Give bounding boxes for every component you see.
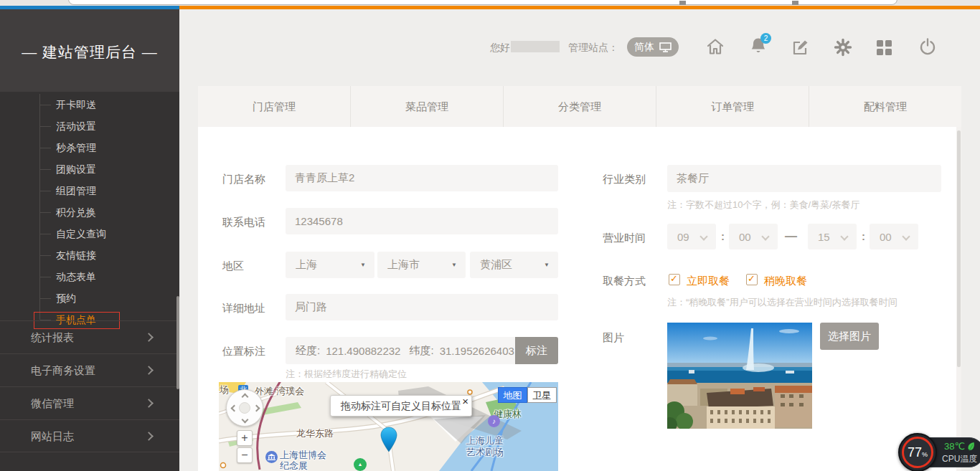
sidebar-section-label: 网站日志 xyxy=(31,430,74,442)
address-value: 局门路 xyxy=(295,300,327,314)
sidebar-header: — 建站管理后台 — xyxy=(0,9,179,92)
apps-grid-icon[interactable] xyxy=(877,40,892,55)
home-icon[interactable] xyxy=(706,37,725,56)
pickup-note: 注：“稍晚取餐”用户可以选择在营业时间内选择取餐时间 xyxy=(667,296,897,309)
zoom-out-button[interactable]: − xyxy=(237,447,253,463)
pan-center-knob[interactable] xyxy=(239,402,250,414)
sidebar-item-dynamic-form[interactable]: 动态表单 xyxy=(0,266,179,287)
store-photo-image xyxy=(667,323,812,429)
chevron-right-icon xyxy=(144,432,154,441)
pan-up-arrow[interactable] xyxy=(242,394,249,401)
phone-label: 联系电话 xyxy=(222,216,265,229)
museum-poi-icon[interactable] xyxy=(265,451,278,463)
check-icon: ✓ xyxy=(670,273,678,284)
pickup-later-checkbox[interactable]: ✓ xyxy=(746,274,758,285)
sidebar-item-teambuy[interactable]: 组团管理 xyxy=(0,180,179,201)
district-select[interactable]: 黄浦区▼ xyxy=(470,252,558,278)
phone-value: 12345678 xyxy=(295,215,343,227)
category-input[interactable]: 茶餐厅 xyxy=(667,165,941,192)
browser-control-left xyxy=(679,1,686,5)
address-input[interactable]: 局门路 xyxy=(286,294,558,320)
cpu-usage-percent-sign: % xyxy=(922,451,928,458)
pickup-now-label[interactable]: 立即取餐 xyxy=(687,275,730,288)
sidebar-item-seckill[interactable]: 秒杀管理 xyxy=(0,137,179,158)
manage-site-label: 管理站点： xyxy=(568,42,618,54)
pan-left-arrow[interactable] xyxy=(231,405,238,412)
longitude-label: 经度: xyxy=(296,344,320,358)
sidebar-section-ecommerce[interactable]: 电子商务设置 xyxy=(0,353,179,386)
chevron-right-icon xyxy=(144,333,154,342)
pickup-later-label[interactable]: 稍晚取餐 xyxy=(764,275,807,288)
sidebar-scrollbar[interactable] xyxy=(176,296,179,389)
sidebar-section-wechat[interactable]: 微信管理 xyxy=(0,386,179,419)
city-select[interactable]: 上海市▼ xyxy=(377,252,466,278)
monitor-icon xyxy=(659,42,672,52)
tab-category-management[interactable]: 分类管理 xyxy=(504,86,656,127)
choose-image-button[interactable]: 选择图片 xyxy=(820,323,879,350)
map-pan-control[interactable] xyxy=(226,389,263,427)
chevron-right-icon xyxy=(144,399,154,408)
time-colon: : xyxy=(862,230,865,242)
content-scrollbar-thumb[interactable] xyxy=(957,130,961,367)
phone-input[interactable]: 12345678 xyxy=(286,208,558,234)
open-hour-select[interactable]: 09 xyxy=(667,224,716,249)
sidebar-item-activity[interactable]: 活动设置 xyxy=(0,115,179,137)
location-note: 注：根据经纬度进行精确定位 xyxy=(286,368,407,381)
sidebar-section-logs[interactable]: 网站日志 xyxy=(0,419,179,452)
music-poi-icon[interactable]: ♪ xyxy=(488,415,500,427)
map-type-map-button[interactable]: 地图 xyxy=(498,387,527,403)
mark-location-button[interactable]: 标注 xyxy=(515,337,558,364)
open-minute-select[interactable]: 00 xyxy=(729,224,778,249)
language-switch-button[interactable]: 简体 xyxy=(627,37,679,57)
longitude-value: 121.490882232 xyxy=(326,345,400,357)
pickup-label: 取餐方式 xyxy=(603,275,646,288)
province-select[interactable]: 上海▼ xyxy=(286,252,374,278)
time-colon: : xyxy=(721,230,725,242)
pan-down-arrow[interactable] xyxy=(242,417,249,424)
sidebar-item-card-gift[interactable]: 开卡即送 xyxy=(0,94,179,115)
zoom-in-button[interactable]: + xyxy=(237,430,253,446)
pickup-now-checkbox[interactable]: ✓ xyxy=(669,274,680,285)
location-coords[interactable]: 经度: 121.490882232 纬度: 31.1952626403 xyxy=(286,337,515,364)
chevron-down-icon xyxy=(761,232,769,240)
category-label: 行业类别 xyxy=(603,173,646,186)
close-minute-select[interactable]: 00 xyxy=(870,224,918,249)
close-hour-select[interactable]: 15 xyxy=(808,224,857,249)
chevron-down-icon xyxy=(840,232,848,240)
map-pin-icon[interactable] xyxy=(380,427,397,452)
province-value: 上海 xyxy=(296,258,317,272)
tab-order-management[interactable]: 订单管理 xyxy=(656,86,809,127)
edit-icon[interactable] xyxy=(791,38,810,57)
region-label: 地区 xyxy=(222,260,244,273)
greeting-text: 您好 xyxy=(490,42,510,54)
sidebar-item-points[interactable]: 积分兑换 xyxy=(0,201,179,223)
power-icon[interactable] xyxy=(918,37,937,56)
sidebar-item-links[interactable]: 友情链接 xyxy=(0,244,179,266)
tab-store-management[interactable]: 门店管理 xyxy=(198,86,351,127)
pan-right-arrow[interactable] xyxy=(253,405,260,412)
city-value: 上海市 xyxy=(387,258,420,272)
park-poi-icon[interactable]: ▲ xyxy=(354,458,367,471)
map-widget[interactable]: 场 外滩·湾璞会 龙华东路 上海世博会 纪念展 健康林 上海儿童 艺术剧场 ▲ … xyxy=(219,382,558,471)
tab-dish-management[interactable]: 菜品管理 xyxy=(351,86,504,127)
cpu-usage-value: 77 xyxy=(908,445,922,460)
store-name-label: 门店名称 xyxy=(222,173,265,186)
cpu-usage-gauge[interactable]: 77 % xyxy=(902,437,933,468)
map-type-satellite-button[interactable]: 卫星 xyxy=(527,387,557,403)
gear-icon[interactable] xyxy=(834,38,852,57)
store-photo[interactable] xyxy=(667,323,812,429)
sidebar-item-booking[interactable]: 预约 xyxy=(0,287,179,309)
sidebar-item-custom-query[interactable]: 自定义查询 xyxy=(0,223,179,244)
cpu-temp-label: CPU温度 xyxy=(942,453,977,465)
language-label: 简体 xyxy=(634,41,654,54)
tab-ingredient-management[interactable]: 配料管理 xyxy=(809,86,961,127)
image-label: 图片 xyxy=(603,331,624,345)
screen: — 建站管理后台 — 开卡即送 活动设置 秒杀管理 团购设置 组团管理 积分兑换… xyxy=(0,0,980,471)
sidebar-section-reports[interactable]: 统计报表 xyxy=(0,320,179,353)
sidebar-item-groupbuy[interactable]: 团购设置 xyxy=(0,158,179,180)
username-redacted xyxy=(511,41,560,52)
tooltip-close-icon[interactable]: × xyxy=(462,391,468,411)
browser-address-bar-bottom xyxy=(68,0,897,5)
store-name-input[interactable]: 青青原上草2 xyxy=(286,165,558,191)
close-hour-value: 15 xyxy=(818,231,830,243)
